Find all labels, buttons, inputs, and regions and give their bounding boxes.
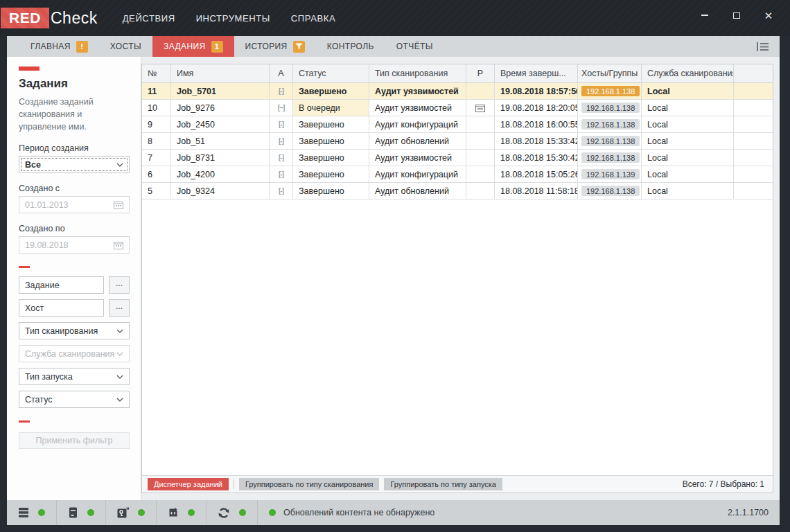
cell-agent: [-] (270, 166, 293, 182)
period-label: Период создания (19, 143, 130, 153)
cell-agent: [-] (270, 116, 293, 132)
selection-summary: Всего: 7 / Выбрано: 1 (683, 479, 767, 489)
host-badge[interactable]: 192.168.1.138 (581, 86, 640, 96)
cell-agent: [-] (270, 150, 293, 166)
col-agent[interactable]: А (270, 64, 293, 82)
table-row[interactable]: 7 Job_8731 [-] Завершено Аудит уязвимост… (142, 150, 773, 166)
col-schedule[interactable]: Р (466, 64, 495, 82)
host-badge[interactable]: 192.168.1.138 (581, 186, 640, 196)
agent-icon: [-] (279, 154, 283, 161)
sync-status[interactable] (207, 500, 258, 525)
menu-tools[interactable]: ИНСТРУМЕНТЫ (196, 13, 270, 24)
host-badge[interactable]: 192.168.1.138 (581, 152, 640, 163)
tab-tasks[interactable]: ЗАДАНИЯ 1 (152, 36, 234, 57)
cell-num: 9 (142, 116, 171, 132)
tab-history[interactable]: ИСТОРИЯ (234, 36, 316, 57)
cell-status: Завершено (293, 83, 369, 99)
filter-funnel-icon (293, 41, 305, 53)
close-button[interactable]: ✕ (761, 8, 776, 23)
tab-control[interactable]: КОНТРОЛЬ (316, 36, 385, 57)
scan-type-select[interactable]: Тип сканирования (19, 322, 130, 339)
cell-filler (734, 183, 773, 199)
tab-reports[interactable]: ОТЧЁТЫ (385, 36, 444, 57)
titlebar: RED Check ДЕЙСТВИЯ ИНСТРУМЕНТЫ СПРАВКА ✕ (0, 0, 790, 36)
launch-type-select[interactable]: Тип запуска (19, 368, 130, 385)
tab-label: ГЛАВНАЯ (30, 42, 71, 51)
group-by-scan-type-button[interactable]: Группировать по типу сканирования (239, 478, 380, 490)
cell-host: 192.168.1.138 (578, 83, 642, 99)
menu-actions[interactable]: ДЕЙСТВИЯ (123, 13, 175, 24)
accent-chip (19, 66, 40, 71)
status-ok-dot (239, 509, 246, 516)
host-filter-input[interactable] (19, 299, 104, 317)
cell-host: 192.168.1.138 (578, 150, 642, 166)
count-badge: 1 (211, 41, 223, 53)
tab-main[interactable]: ГЛАВНАЯ ! (19, 36, 99, 57)
host-badge[interactable]: 192.168.1.139 (581, 169, 640, 179)
cell-name: Job_9324 (171, 183, 270, 199)
cell-finish-time: 18.08.2018 11:58:18 (495, 183, 578, 199)
tab-label: ЗАДАНИЯ (164, 42, 206, 51)
cell-host: 192.168.1.138 (578, 183, 642, 199)
status-select[interactable]: Статус (19, 391, 130, 408)
table-row[interactable]: 5 Job_9324 [-] Завершено Аудит обновлени… (142, 183, 773, 200)
col-status[interactable]: Статус (293, 64, 369, 82)
calendar-icon[interactable] (114, 241, 123, 249)
content-doc-status[interactable] (157, 500, 207, 525)
col-name[interactable]: Имя (171, 64, 270, 82)
job-filter-input[interactable] (19, 276, 104, 294)
cell-host: 192.168.1.138 (578, 100, 642, 116)
license-key-status[interactable] (106, 500, 157, 525)
host-badge[interactable]: 192.168.1.138 (581, 103, 640, 113)
layout-toggle-button[interactable] (757, 36, 769, 57)
period-select[interactable]: Все (19, 156, 130, 173)
minimize-button[interactable] (697, 8, 712, 23)
task-dispatcher-button[interactable]: Диспетчер заданий (148, 478, 229, 490)
tab-hosts[interactable]: ХОСТЫ (99, 36, 152, 57)
col-finish-time[interactable]: Время заверш... (495, 64, 578, 82)
job-browse-button[interactable]: ... (109, 276, 130, 294)
host-badge[interactable]: 192.168.1.138 (581, 136, 640, 146)
agent-icon: [-] (279, 87, 283, 95)
cell-agent: [-] (270, 133, 293, 149)
cell-finish-time: 19.08.2018 18:57:56 (495, 83, 578, 99)
col-scan-type[interactable]: Тип сканирования (369, 64, 466, 82)
group-by-launch-type-button[interactable]: Группировать по типу запуска (384, 478, 502, 490)
refresh-icon (218, 507, 230, 519)
host-browse-button[interactable]: ... (109, 299, 130, 317)
panel-list-icon (757, 42, 769, 51)
host-badge[interactable]: 192.168.1.138 (581, 119, 640, 130)
cell-host: 192.168.1.138 (578, 116, 642, 132)
created-from-input[interactable]: 01.01.2013 (19, 196, 130, 213)
menu-help[interactable]: СПРАВКА (291, 13, 335, 24)
cell-name: Job_9276 (171, 100, 270, 116)
calendar-icon[interactable] (114, 201, 123, 209)
scan-service-select[interactable]: Служба сканирования (19, 345, 130, 362)
schedule-calendar-icon (475, 104, 485, 112)
col-scan-service[interactable]: Служба сканирования (642, 64, 734, 82)
col-hosts[interactable]: Хосты/Группы (578, 64, 642, 82)
cell-filler (734, 83, 773, 99)
service-queue-status[interactable] (7, 500, 57, 525)
table-row[interactable]: 11 Job_5701 [-] Завершено Аудит уязвимос… (142, 83, 773, 100)
cell-agent: [~] (270, 100, 293, 116)
col-num[interactable]: № (142, 64, 171, 82)
main-menu: ДЕЙСТВИЯ ИНСТРУМЕНТЫ СПРАВКА (123, 13, 335, 24)
created-to-input[interactable]: 19.08.2018 (19, 236, 130, 254)
apply-filter-button[interactable]: Применить фильтр (19, 432, 130, 449)
cell-scan-service: Local (642, 166, 734, 182)
table-row[interactable]: 8 Job_51 [-] Завершено Аудит обновлений … (142, 133, 773, 150)
status-ok-dot (38, 509, 45, 516)
cell-scan-service: Local (642, 183, 734, 199)
table-row[interactable]: 10 Job_9276 [~] В очереди Аудит уязвимос… (142, 100, 773, 116)
table-row[interactable]: 6 Job_4200 [-] Завершено Аудит конфигура… (142, 166, 773, 183)
cell-status: В очереди (293, 100, 369, 116)
cell-scan-service: Local (642, 83, 734, 99)
cell-schedule (466, 150, 495, 166)
server-status[interactable] (57, 500, 106, 525)
maximize-button[interactable] (729, 8, 744, 23)
table-row[interactable]: 9 Job_2450 [-] Завершено Аудит конфигура… (142, 116, 773, 133)
cell-host: 192.168.1.139 (578, 166, 642, 182)
agent-icon: [-] (279, 121, 283, 128)
code-doc-icon (168, 507, 179, 518)
